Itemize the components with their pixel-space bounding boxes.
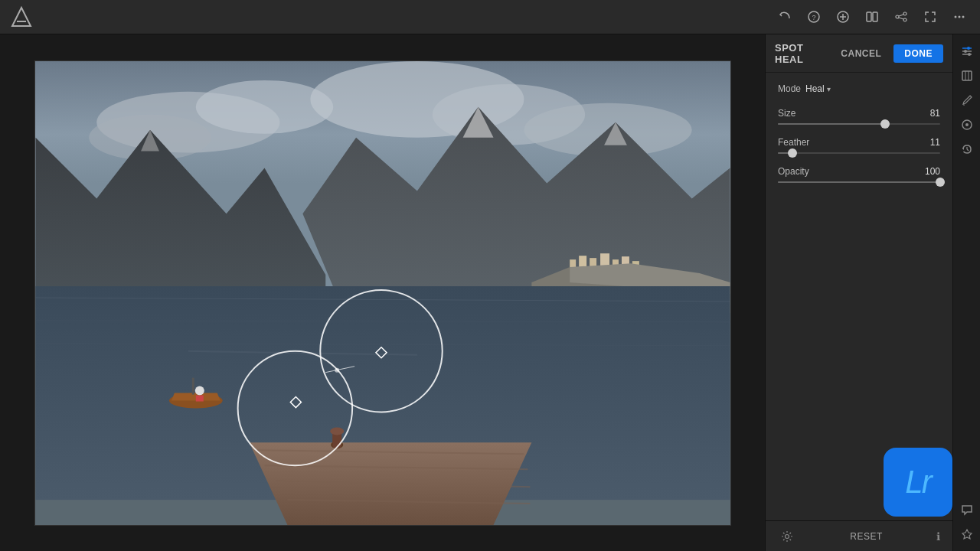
feather-slider-row: Feather 11 bbox=[778, 137, 940, 154]
svg-point-11 bbox=[903, 18, 906, 21]
svg-rect-7 bbox=[867, 12, 871, 21]
feather-value: 11 bbox=[930, 137, 940, 148]
svg-point-46 bbox=[194, 386, 204, 395]
svg-marker-77 bbox=[962, 530, 972, 539]
svg-point-64 bbox=[967, 47, 970, 50]
heal-tool-icon-button[interactable] bbox=[956, 65, 978, 86]
split-view-button[interactable] bbox=[861, 5, 884, 28]
share-button[interactable] bbox=[890, 5, 913, 28]
svg-point-15 bbox=[959, 16, 961, 18]
history-icon-button[interactable] bbox=[956, 139, 978, 160]
feather-slider-thumb[interactable] bbox=[788, 148, 797, 158]
photo-canvas[interactable] bbox=[34, 60, 731, 526]
opacity-slider-row: Opacity 100 bbox=[778, 166, 940, 183]
svg-rect-8 bbox=[873, 12, 877, 21]
svg-rect-47 bbox=[195, 395, 203, 401]
photo-scene bbox=[35, 61, 730, 525]
panel-header: SPOT HEAL CANCEL DONE bbox=[766, 34, 952, 73]
svg-point-66 bbox=[964, 50, 967, 53]
star-icon-button[interactable] bbox=[956, 523, 978, 545]
reset-button[interactable]: RESET bbox=[850, 531, 883, 542]
canvas-area[interactable] bbox=[0, 34, 765, 551]
size-slider-track[interactable] bbox=[778, 123, 940, 125]
lr-badge: Lr bbox=[884, 448, 952, 517]
mode-row: Mode Heal bbox=[778, 83, 940, 94]
cancel-button[interactable]: CANCEL bbox=[835, 45, 887, 62]
svg-line-76 bbox=[967, 149, 969, 151]
more-button[interactable] bbox=[948, 5, 971, 28]
panel-title: SPOT HEAL bbox=[775, 42, 828, 65]
svg-point-16 bbox=[962, 16, 965, 18]
svg-marker-44 bbox=[171, 393, 220, 400]
opacity-slider-fill bbox=[778, 181, 940, 183]
app-logo-icon bbox=[9, 5, 34, 29]
size-slider-thumb[interactable] bbox=[880, 119, 890, 129]
comment-icon-button[interactable] bbox=[956, 499, 978, 520]
svg-line-12 bbox=[899, 15, 903, 16]
help-button[interactable]: ? bbox=[802, 5, 825, 28]
opacity-value: 100 bbox=[925, 166, 940, 177]
feather-label: Feather bbox=[778, 137, 809, 148]
done-button[interactable]: DONE bbox=[893, 44, 943, 63]
svg-line-13 bbox=[899, 18, 903, 19]
feather-slider-track[interactable] bbox=[778, 152, 940, 154]
right-icon-bar bbox=[952, 34, 980, 551]
opacity-slider-thumb[interactable] bbox=[936, 178, 945, 187]
bottom-left-icons bbox=[778, 527, 796, 546]
svg-point-68 bbox=[968, 53, 971, 56]
svg-point-62 bbox=[786, 534, 789, 538]
settings-icon[interactable] bbox=[778, 527, 796, 546]
lr-badge-text: Lr bbox=[905, 464, 930, 500]
info-icon[interactable]: ℹ bbox=[936, 530, 940, 543]
svg-marker-0 bbox=[12, 8, 31, 26]
svg-text:?: ? bbox=[812, 14, 815, 21]
opacity-slider-track[interactable] bbox=[778, 181, 940, 183]
mode-label: Mode bbox=[778, 83, 801, 94]
mode-dropdown[interactable]: Heal bbox=[805, 83, 831, 94]
size-slider-row: Size 81 bbox=[778, 108, 940, 125]
size-label: Size bbox=[778, 108, 795, 119]
main-area: SPOT HEAL CANCEL DONE Mode Heal Size 81 bbox=[0, 34, 980, 551]
fx-icon-button[interactable] bbox=[956, 114, 978, 135]
expand-button[interactable] bbox=[919, 5, 942, 28]
size-value: 81 bbox=[930, 108, 940, 119]
add-button[interactable] bbox=[831, 5, 854, 28]
svg-point-61 bbox=[335, 367, 339, 372]
brush-tool-icon-button[interactable] bbox=[956, 90, 978, 111]
svg-rect-45 bbox=[191, 377, 194, 394]
svg-point-55 bbox=[330, 427, 344, 435]
svg-point-9 bbox=[903, 12, 906, 15]
top-toolbar: ? bbox=[0, 0, 980, 34]
svg-point-10 bbox=[896, 15, 899, 18]
adjustments-icon-button[interactable] bbox=[956, 41, 978, 62]
svg-rect-69 bbox=[962, 71, 972, 80]
undo-button[interactable] bbox=[773, 5, 796, 28]
svg-point-14 bbox=[955, 16, 957, 18]
right-panel-bottom: RESET ℹ bbox=[766, 520, 952, 551]
svg-point-73 bbox=[965, 123, 969, 126]
opacity-label: Opacity bbox=[778, 166, 809, 177]
size-slider-fill bbox=[778, 123, 885, 125]
